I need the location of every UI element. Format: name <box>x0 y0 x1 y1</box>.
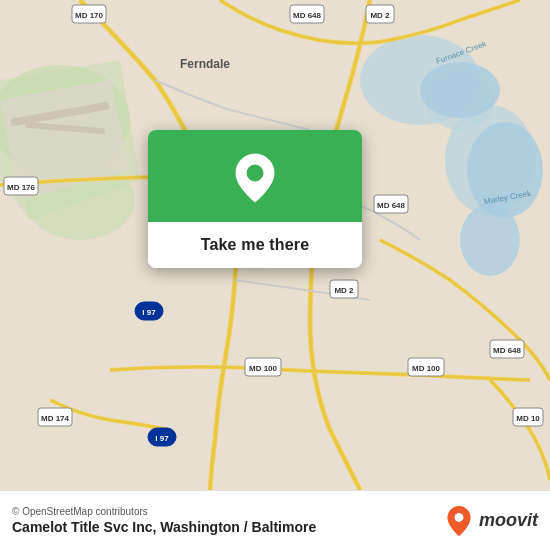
svg-text:MD 648: MD 648 <box>377 201 406 210</box>
location-popup: Take me there <box>148 130 362 268</box>
map-container: MD 648 MD 170 MD 2 MD 176 MD 176 I 97 MD… <box>0 0 550 490</box>
svg-point-9 <box>460 204 520 276</box>
svg-point-45 <box>455 513 464 522</box>
footer-left: © OpenStreetMap contributors Camelot Tit… <box>12 506 316 535</box>
svg-point-7 <box>420 62 500 118</box>
svg-text:MD 648: MD 648 <box>493 346 522 355</box>
footer-right: moovit <box>445 505 538 537</box>
place-name: Camelot Title Svc Inc, Washington / Balt… <box>12 519 316 535</box>
svg-text:I 97: I 97 <box>155 434 169 443</box>
svg-text:MD 10: MD 10 <box>516 414 540 423</box>
svg-text:MD 2: MD 2 <box>370 11 390 20</box>
svg-text:MD 2: MD 2 <box>334 286 354 295</box>
svg-point-8 <box>467 122 543 218</box>
svg-text:I 97: I 97 <box>142 308 156 317</box>
moovit-logo: moovit <box>445 505 538 537</box>
footer: © OpenStreetMap contributors Camelot Tit… <box>0 490 550 550</box>
location-pin-icon <box>233 152 277 204</box>
svg-text:MD 648: MD 648 <box>293 11 322 20</box>
svg-point-44 <box>247 165 263 181</box>
svg-text:MD 170: MD 170 <box>75 11 104 20</box>
popup-green-header <box>148 130 362 222</box>
svg-text:Ferndale: Ferndale <box>180 57 230 71</box>
osm-credit: © OpenStreetMap contributors <box>12 506 316 517</box>
moovit-text: moovit <box>479 510 538 531</box>
moovit-pin-icon <box>445 505 473 537</box>
take-me-there-button[interactable]: Take me there <box>148 222 362 268</box>
svg-text:MD 100: MD 100 <box>412 364 441 373</box>
svg-text:MD 100: MD 100 <box>249 364 278 373</box>
svg-text:MD 174: MD 174 <box>41 414 70 423</box>
svg-text:MD 176: MD 176 <box>7 183 36 192</box>
